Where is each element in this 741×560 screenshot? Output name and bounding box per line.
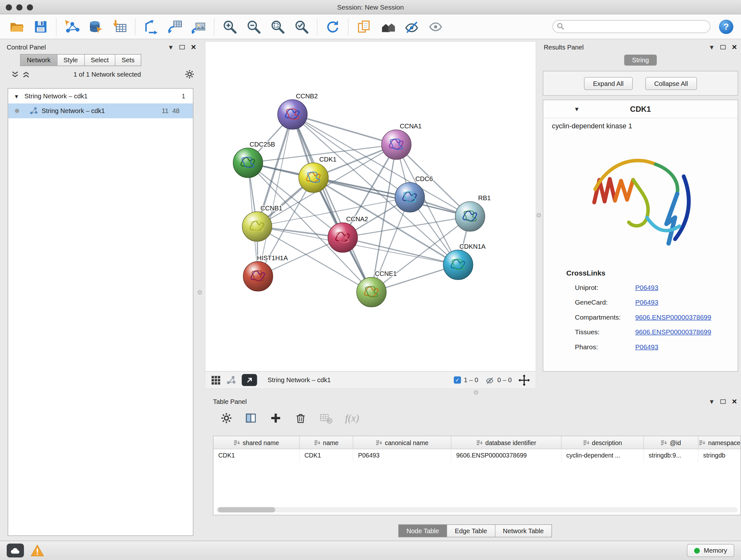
column-header[interactable]: canonical name xyxy=(353,436,452,449)
tab-sets[interactable]: Sets xyxy=(116,54,141,66)
network-edge[interactable] xyxy=(293,115,372,293)
float-panel-icon[interactable] xyxy=(180,45,185,49)
add-column-icon[interactable] xyxy=(270,412,282,424)
minimize-window-button[interactable] xyxy=(16,4,23,10)
crosslink-link[interactable]: 9606.ENSP00000378699 xyxy=(635,313,711,320)
tab-node-table[interactable]: Node Table xyxy=(398,524,447,538)
export-network-button[interactable] xyxy=(164,16,186,37)
vertical-splitter-handle[interactable] xyxy=(537,213,541,218)
close-window-button[interactable] xyxy=(6,4,12,10)
network-edge[interactable] xyxy=(343,238,458,265)
column-header[interactable]: description xyxy=(562,436,644,449)
import-network-file-button[interactable] xyxy=(61,16,83,37)
cell-namespace[interactable]: stringdb xyxy=(698,449,741,462)
network-node-hist1h1a[interactable] xyxy=(243,261,273,291)
panel-menu-icon[interactable]: ▼ xyxy=(709,398,715,405)
scrollbar-thumb[interactable] xyxy=(218,507,275,513)
network-node-cdc6[interactable] xyxy=(395,183,425,212)
zoom-out-button[interactable] xyxy=(243,16,265,37)
collapse-all-icon[interactable] xyxy=(11,71,19,78)
crosslink-link[interactable]: P06493 xyxy=(635,283,658,291)
show-hidden-button[interactable] xyxy=(425,16,447,37)
network-node-cdc25b[interactable] xyxy=(233,148,263,178)
panel-menu-icon[interactable]: ▼ xyxy=(709,44,715,50)
horizontal-scrollbar[interactable] xyxy=(216,507,738,513)
cell-canonical-name[interactable]: P06493 xyxy=(353,449,452,462)
network-node-ccne1[interactable] xyxy=(357,277,387,307)
network-overview-icon[interactable] xyxy=(226,375,236,385)
float-panel-icon[interactable] xyxy=(721,45,726,49)
show-columns-icon[interactable] xyxy=(245,412,257,424)
crosslink-link[interactable]: 9606.ENSP00000378699 xyxy=(635,328,711,335)
close-panel-icon[interactable]: ✕ xyxy=(731,44,737,51)
horizontal-splitter-handle[interactable] xyxy=(474,390,478,395)
network-node-cdkn1a[interactable] xyxy=(443,250,473,280)
cell-name[interactable]: CDK1 xyxy=(300,449,353,462)
network-canvas[interactable]: CCNB2CCNA1CDC25BCDK1CDC6RB1CCNB1CCNA2CDK… xyxy=(205,42,536,371)
vertical-splitter-handle[interactable] xyxy=(198,290,202,295)
home-button[interactable] xyxy=(377,16,399,37)
import-network-database-button[interactable] xyxy=(85,16,107,37)
new-network-from-selection-button[interactable] xyxy=(140,16,162,37)
close-panel-icon[interactable]: ✕ xyxy=(191,44,196,51)
gear-icon[interactable] xyxy=(185,70,194,79)
cell-id[interactable]: stringdb:9... xyxy=(644,449,698,462)
network-node-rb1[interactable] xyxy=(455,202,485,232)
tab-edge-table[interactable]: Edge Table xyxy=(447,524,495,538)
cell-shared-name[interactable]: CDK1 xyxy=(213,449,300,462)
disclosure-triangle-icon[interactable]: ▼ xyxy=(14,93,21,99)
delete-column-icon[interactable] xyxy=(294,412,307,424)
network-node-ccnb2[interactable] xyxy=(278,100,307,129)
network-node-ccna1[interactable] xyxy=(382,130,411,160)
cell-description[interactable]: cyclin-dependent ... xyxy=(562,449,644,462)
column-header[interactable]: name xyxy=(300,436,353,449)
table-row[interactable]: CDK1 CDK1 P06493 9606.ENSP00000378699 cy… xyxy=(213,449,741,462)
import-table-button[interactable] xyxy=(109,16,131,37)
expand-all-icon[interactable] xyxy=(23,71,30,78)
cell-database-identifier[interactable]: 9606.ENSP00000378699 xyxy=(452,449,562,462)
collapse-all-button[interactable]: Collapse All xyxy=(645,77,697,90)
crosslink-link[interactable]: P06493 xyxy=(635,298,658,306)
table-settings-gear-icon[interactable] xyxy=(221,413,232,424)
tab-network-table[interactable]: Network Table xyxy=(495,524,552,538)
network-collection-row[interactable]: ▼ String Network – cdk1 1 xyxy=(8,89,193,104)
panel-menu-icon[interactable]: ▼ xyxy=(168,44,174,50)
network-row[interactable]: String Network – cdk1 11 48 xyxy=(8,104,193,118)
export-image-button[interactable] xyxy=(188,16,210,37)
refresh-view-button[interactable] xyxy=(322,16,344,37)
grid-view-icon[interactable] xyxy=(211,375,221,385)
crosslink-link[interactable]: P06493 xyxy=(635,343,658,350)
pan-move-icon[interactable] xyxy=(519,374,530,386)
network-edge[interactable] xyxy=(258,115,293,276)
network-node-ccnb1[interactable] xyxy=(242,212,272,241)
search-input[interactable] xyxy=(552,20,711,33)
column-header[interactable]: database identifier xyxy=(452,436,562,449)
save-session-button[interactable] xyxy=(30,16,52,37)
tab-string[interactable]: String xyxy=(624,55,657,66)
tab-network[interactable]: Network xyxy=(20,54,57,66)
close-panel-icon[interactable]: ✕ xyxy=(731,398,737,405)
network-edge[interactable] xyxy=(293,115,397,145)
network-node-cdk1[interactable] xyxy=(299,163,328,192)
warning-button[interactable] xyxy=(30,545,44,557)
tab-style[interactable]: Style xyxy=(57,54,84,66)
network-node-ccna2[interactable] xyxy=(328,223,358,253)
zoom-window-button[interactable] xyxy=(27,4,33,10)
open-session-button[interactable] xyxy=(6,16,28,37)
help-button[interactable]: ? xyxy=(719,19,733,34)
memory-button[interactable]: Memory xyxy=(687,544,734,557)
open-in-browser-button[interactable] xyxy=(242,374,257,386)
cloud-button[interactable] xyxy=(7,544,24,558)
zoom-fit-button[interactable] xyxy=(267,16,289,37)
column-header[interactable]: shared name xyxy=(213,436,300,449)
zoom-in-button[interactable] xyxy=(219,16,241,37)
tab-select[interactable]: Select xyxy=(84,54,116,66)
column-header[interactable]: @id xyxy=(644,436,698,449)
selected-checkbox-icon[interactable]: ✓ xyxy=(454,376,461,384)
column-header[interactable]: namespace xyxy=(698,436,741,449)
float-panel-icon[interactable] xyxy=(721,399,726,403)
hide-selected-button[interactable] xyxy=(401,16,423,37)
expand-all-button[interactable]: Expand All xyxy=(584,77,633,90)
snapshot-button[interactable] xyxy=(353,16,375,37)
section-disclosure-icon[interactable]: ▼ xyxy=(574,106,580,112)
